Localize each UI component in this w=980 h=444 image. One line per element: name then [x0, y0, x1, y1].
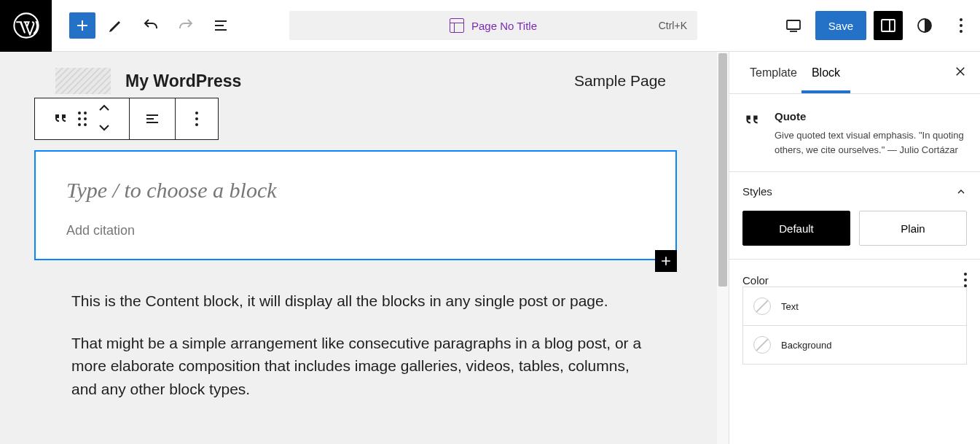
block-toolbar	[34, 98, 219, 140]
block-more-options[interactable]	[176, 98, 218, 139]
document-bar[interactable]: Page No Title Ctrl+K	[289, 11, 697, 40]
move-down-button[interactable]	[95, 119, 113, 139]
svg-rect-2	[882, 20, 895, 31]
move-up-button[interactable]	[95, 99, 113, 119]
command-shortcut: Ctrl+K	[659, 20, 687, 31]
align-button[interactable]	[130, 98, 176, 139]
redo-button[interactable]	[171, 11, 200, 40]
settings-sidebar-toggle[interactable]	[874, 11, 903, 40]
nav-item-sample-page[interactable]: Sample Page	[574, 72, 682, 90]
block-toolbar-group-transform	[35, 98, 130, 139]
color-background-label: Background	[781, 340, 831, 351]
color-background-button[interactable]: Background	[742, 325, 967, 365]
block-description: Give quoted text visual emphasis. "In qu…	[775, 128, 967, 157]
sidebar-tabs: Template Block	[729, 52, 980, 94]
options-button[interactable]	[946, 11, 976, 40]
tab-block[interactable]: Block	[804, 53, 847, 93]
site-header: My WordPress Sample Page	[0, 52, 729, 94]
styles-panel: Styles Default Plain	[729, 171, 980, 259]
color-swatch-none-icon	[753, 336, 771, 354]
editor-canvas[interactable]: My WordPress Sample Page Type / to choos…	[0, 52, 729, 444]
add-block-button[interactable]	[655, 250, 677, 272]
page-template-icon	[450, 18, 464, 33]
quote-text-input[interactable]: Type / to choose a block	[66, 178, 645, 203]
styles-panel-toggle[interactable]: Styles	[742, 185, 967, 198]
svg-rect-1	[787, 20, 800, 29]
quote-icon[interactable]	[52, 109, 69, 129]
post-content-block[interactable]: This is the Content block, it will displ…	[71, 289, 648, 419]
workspace: My WordPress Sample Page Type / to choos…	[0, 52, 980, 444]
document-overview-button[interactable]	[206, 11, 235, 40]
color-panel-options[interactable]	[964, 273, 967, 287]
tab-template[interactable]: Template	[742, 53, 804, 93]
site-title[interactable]: My WordPress	[125, 71, 241, 91]
canvas-scrollbar[interactable]	[717, 52, 729, 444]
drag-handle-icon[interactable]	[78, 112, 87, 126]
document-title: Page No Title	[471, 20, 537, 32]
save-button[interactable]: Save	[815, 11, 866, 40]
quote-block[interactable]: Type / to choose a block Add citation	[34, 150, 677, 260]
toolbar-right: Save	[779, 11, 980, 40]
content-paragraph[interactable]: This is the Content block, it will displ…	[71, 289, 648, 313]
style-plain[interactable]: Plain	[859, 211, 967, 246]
styles-heading: Styles	[742, 185, 772, 198]
color-swatch-none-icon	[753, 297, 771, 315]
toolbar-left	[52, 11, 235, 40]
color-heading: Color	[742, 274, 769, 287]
tools-button[interactable]	[101, 11, 130, 40]
block-movers	[95, 99, 113, 139]
color-text-label: Text	[781, 301, 799, 312]
quote-icon	[742, 110, 761, 157]
site-logo-placeholder[interactable]	[55, 68, 111, 94]
block-name: Quote	[775, 110, 967, 122]
undo-button[interactable]	[136, 11, 165, 40]
color-panel-toggle[interactable]: Color	[742, 273, 967, 287]
content-paragraph[interactable]: That might be a simple arrangement like …	[71, 332, 648, 401]
styles-toggle[interactable]	[910, 11, 939, 40]
close-sidebar-button[interactable]	[954, 65, 967, 80]
chevron-up-icon	[955, 186, 967, 198]
quote-citation-input[interactable]: Add citation	[66, 223, 645, 238]
style-default[interactable]: Default	[742, 211, 850, 246]
view-button[interactable]	[779, 11, 808, 40]
color-panel: Color Text Background	[729, 259, 980, 378]
color-text-button[interactable]: Text	[742, 287, 967, 326]
settings-sidebar: Template Block Quote Give quoted text vi…	[729, 52, 980, 444]
wordpress-logo[interactable]	[0, 0, 52, 52]
scrollbar-thumb[interactable]	[718, 53, 727, 287]
block-inserter-button[interactable]	[69, 12, 95, 39]
block-card: Quote Give quoted text visual emphasis. …	[729, 94, 980, 171]
editor-top-bar: Page No Title Ctrl+K Save	[0, 0, 980, 52]
